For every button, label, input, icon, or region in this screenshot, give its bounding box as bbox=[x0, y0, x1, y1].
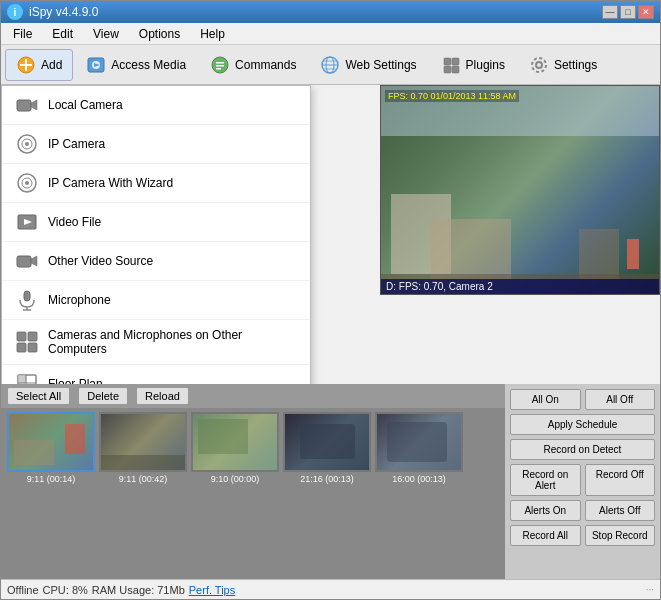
dropdown-other-video[interactable]: Other Video Source bbox=[2, 242, 310, 281]
toolbar-access-media-label: Access Media bbox=[111, 58, 186, 72]
record-on-alert-row: Record on Alert Record Off bbox=[510, 464, 655, 496]
status-cpu: CPU: 8% bbox=[43, 584, 88, 596]
cameras-other-label: Cameras and Microphones on Other Compute… bbox=[48, 328, 296, 356]
dropdown-microphone[interactable]: Microphone bbox=[2, 281, 310, 320]
close-button[interactable]: ✕ bbox=[638, 5, 654, 19]
menu-help[interactable]: Help bbox=[192, 25, 233, 43]
svg-rect-21 bbox=[17, 100, 31, 111]
svg-rect-31 bbox=[17, 256, 31, 267]
stop-record-button[interactable]: Stop Record bbox=[585, 525, 656, 546]
toolbar-web-settings-button[interactable]: Web Settings bbox=[309, 49, 427, 81]
apply-schedule-row: Apply Schedule bbox=[510, 414, 655, 435]
menu-view[interactable]: View bbox=[85, 25, 127, 43]
status-grip: ··· bbox=[646, 584, 654, 595]
ip-camera-icon bbox=[16, 133, 38, 155]
thumbnail-3[interactable]: 21:16 (00:13) bbox=[283, 412, 371, 575]
svg-point-20 bbox=[532, 58, 546, 72]
bottom-section: Select All Delete Reload 9:11 (00:14) bbox=[1, 384, 660, 579]
menu-edit[interactable]: Edit bbox=[44, 25, 81, 43]
record-on-alert-button[interactable]: Record on Alert bbox=[510, 464, 581, 496]
alerts-off-button[interactable]: Alerts Off bbox=[585, 500, 656, 521]
record-on-detect-button[interactable]: Record on Detect bbox=[510, 439, 655, 460]
thumbnail-0[interactable]: 9:11 (00:14) bbox=[7, 412, 95, 575]
record-off-button[interactable]: Record Off bbox=[585, 464, 656, 496]
svg-rect-36 bbox=[17, 332, 26, 341]
toolbar-settings-button[interactable]: Settings bbox=[518, 49, 608, 81]
select-all-button[interactable]: Select All bbox=[7, 387, 70, 405]
thumbnail-1[interactable]: 9:11 (00:42) bbox=[99, 412, 187, 575]
apply-schedule-button[interactable]: Apply Schedule bbox=[510, 414, 655, 435]
microphone-label: Microphone bbox=[48, 293, 111, 307]
all-off-button[interactable]: All Off bbox=[585, 389, 656, 410]
svg-rect-17 bbox=[444, 66, 451, 73]
dropdown-local-camera[interactable]: Local Camera bbox=[2, 86, 310, 125]
reload-button[interactable]: Reload bbox=[136, 387, 189, 405]
title-bar: i iSpy v4.4.9.0 — □ ✕ bbox=[1, 1, 660, 23]
thumbnail-2[interactable]: 9:10 (00:00) bbox=[191, 412, 279, 575]
toolbar-add-label: Add bbox=[41, 58, 62, 72]
delete-button[interactable]: Delete bbox=[78, 387, 128, 405]
svg-rect-8 bbox=[216, 65, 224, 67]
dropdown-floor-plan[interactable]: Floor Plan bbox=[2, 365, 310, 384]
ip-camera-label: IP Camera bbox=[48, 137, 105, 151]
toolbar-plugins-button[interactable]: Plugins bbox=[430, 49, 516, 81]
svg-rect-18 bbox=[452, 66, 459, 73]
plugins-icon bbox=[441, 55, 461, 75]
dropdown-ip-camera[interactable]: IP Camera bbox=[2, 125, 310, 164]
toolbar-web-settings-label: Web Settings bbox=[345, 58, 416, 72]
svg-rect-39 bbox=[28, 343, 37, 352]
thumb-label-3: 21:16 (00:13) bbox=[300, 474, 354, 484]
thumb-img-0 bbox=[7, 412, 95, 472]
perf-tips-link[interactable]: Perf. Tips bbox=[189, 584, 235, 596]
toolbar-add-button[interactable]: Add bbox=[5, 49, 73, 81]
svg-rect-38 bbox=[17, 343, 26, 352]
thumbnails-area: Select All Delete Reload 9:11 (00:14) bbox=[1, 384, 505, 579]
dropdown-video-file[interactable]: Video File bbox=[2, 203, 310, 242]
minimize-button[interactable]: — bbox=[602, 5, 618, 19]
toolbar-commands-button[interactable]: Commands bbox=[199, 49, 307, 81]
status-offline: Offline bbox=[7, 584, 39, 596]
floor-plan-icon bbox=[16, 373, 38, 384]
other-video-label: Other Video Source bbox=[48, 254, 153, 268]
svg-rect-41 bbox=[18, 375, 26, 383]
record-all-button[interactable]: Record All bbox=[510, 525, 581, 546]
title-buttons: — □ ✕ bbox=[602, 5, 654, 19]
toolbar-plugins-label: Plugins bbox=[466, 58, 505, 72]
floor-plan-label: Floor Plan bbox=[48, 377, 103, 384]
all-on-button[interactable]: All On bbox=[510, 389, 581, 410]
maximize-button[interactable]: □ bbox=[620, 5, 636, 19]
commands-icon bbox=[210, 55, 230, 75]
camera-feed: FPS: 0.70 01/01/2013 11:58 AM bbox=[381, 86, 659, 294]
svg-marker-22 bbox=[31, 100, 37, 110]
dropdown-ip-camera-wizard[interactable]: IP Camera With Wizard bbox=[2, 164, 310, 203]
camera-overlay-text: FPS: 0.70 01/01/2013 11:58 AM bbox=[385, 90, 519, 102]
other-video-icon bbox=[16, 250, 38, 272]
svg-rect-15 bbox=[444, 58, 451, 65]
toolbar-commands-label: Commands bbox=[235, 58, 296, 72]
web-icon bbox=[320, 55, 340, 75]
dropdown-cameras-other[interactable]: Cameras and Microphones on Other Compute… bbox=[2, 320, 310, 365]
menu-options[interactable]: Options bbox=[131, 25, 188, 43]
svg-rect-33 bbox=[24, 291, 30, 301]
window-title: iSpy v4.4.9.0 bbox=[29, 5, 98, 19]
status-bar: Offline CPU: 8% RAM Usage: 71Mb Perf. Ti… bbox=[1, 579, 660, 599]
local-camera-label: Local Camera bbox=[48, 98, 123, 112]
thumbnails-row: 9:11 (00:14) 9:11 (00:42) 9:10 (00:00) bbox=[1, 408, 505, 579]
left-panel: Local Camera IP Camera bbox=[1, 85, 660, 384]
right-controls: All On All Off Apply Schedule Record on … bbox=[505, 384, 660, 579]
main-window: i iSpy v4.4.9.0 — □ ✕ File Edit View Opt… bbox=[0, 0, 661, 600]
menu-file[interactable]: File bbox=[5, 25, 40, 43]
thumb-img-2 bbox=[191, 412, 279, 472]
svg-rect-37 bbox=[28, 332, 37, 341]
svg-rect-16 bbox=[452, 58, 459, 65]
menu-bar: File Edit View Options Help bbox=[1, 23, 660, 45]
video-file-icon bbox=[16, 211, 38, 233]
thumbnail-4[interactable]: 16:00 (00:13) bbox=[375, 412, 463, 575]
thumb-img-1 bbox=[99, 412, 187, 472]
svg-rect-2 bbox=[20, 64, 32, 66]
all-on-off-row: All On All Off bbox=[510, 389, 655, 410]
status-ram: RAM Usage: 71Mb bbox=[92, 584, 185, 596]
alerts-on-button[interactable]: Alerts On bbox=[510, 500, 581, 521]
toolbar-access-media-button[interactable]: Access Media bbox=[75, 49, 197, 81]
main-content: Local Camera IP Camera bbox=[1, 85, 660, 384]
